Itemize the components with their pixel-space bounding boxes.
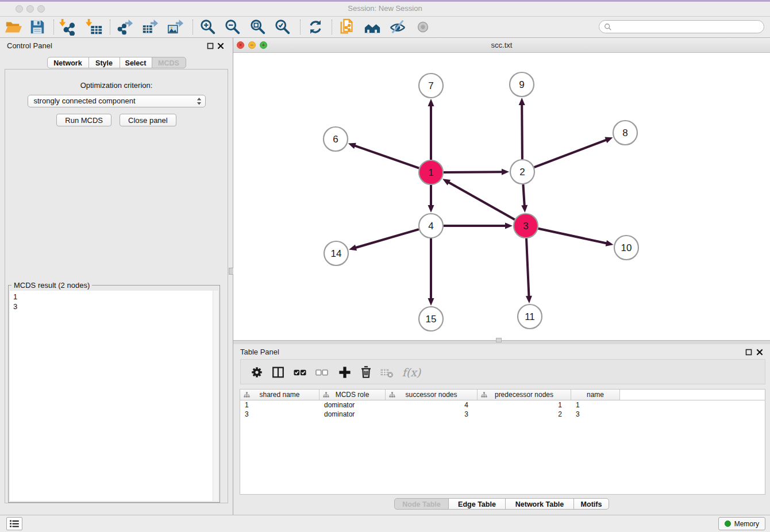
result-scrollbar[interactable] [213,291,218,501]
export-image-button[interactable] [167,18,184,36]
open-session-button[interactable] [5,18,22,36]
cell-mcds-role: dominator [319,410,386,419]
refresh-layout-icon [307,18,324,36]
search-icon [604,23,612,31]
toolbar-separator [192,20,193,34]
tab-edge-table[interactable]: Edge Table [448,498,506,510]
table-panel-header: Table Panel [233,344,770,360]
unselect-all-columns-button[interactable] [314,364,330,380]
delete-table-button [379,364,395,380]
column-header-mcds-role[interactable]: MCDS role [319,390,386,400]
graph-edge-2-9[interactable] [522,104,522,159]
float-panel-icon[interactable] [207,43,214,49]
criterion-select[interactable]: strongly connected component [28,95,206,107]
column-header-name[interactable]: name [571,390,620,400]
cell-successor-nodes: 3 [386,410,478,419]
column-header-predecessor-nodes[interactable]: predecessor nodes [478,390,571,400]
table-toolbar: f(x) [240,359,765,384]
mcds-buttons: Run MCDS Close panel [5,114,228,126]
delete-column-button[interactable] [358,364,374,380]
graph-edge-2-3[interactable] [523,184,524,206]
import-table-icon [86,18,103,36]
close-mcds-panel-button[interactable]: Close panel [120,114,176,126]
save-session-icon [29,18,46,36]
graph-node-label-8: 8 [622,128,627,138]
run-mcds-button[interactable]: Run MCDS [56,114,111,126]
network-window-title: scc.txt [233,38,770,52]
graph-edge-4-14[interactable] [355,229,419,248]
show-columns-button[interactable] [270,364,286,380]
close-window-button[interactable] [16,5,23,13]
zoom-out-icon [224,18,241,36]
network-graph[interactable]: 1234678910111415 [233,53,770,340]
cell-name: 1 [571,400,620,410]
cell-name: 3 [571,410,620,419]
graph-edge-3-11[interactable] [526,238,529,297]
zoom-selected-icon [274,18,291,36]
network-close-button[interactable]: × [237,41,244,49]
search-input[interactable] [615,22,759,32]
network-resize-handle[interactable] [496,338,502,342]
hide-selected-icon [389,18,406,36]
mcds-result-text[interactable]: 13 [10,291,213,501]
graph-edge-1-6[interactable] [354,145,419,168]
new-network-from-selection-button[interactable] [338,18,356,36]
zoom-out-button[interactable] [224,18,241,36]
column-header-shared-name[interactable]: shared name [240,390,319,400]
network-minimize-button[interactable]: − [248,41,256,49]
select-all-columns-button[interactable] [292,364,308,380]
graph-node-label-2: 2 [519,167,525,178]
graph-edge-3-10[interactable] [538,229,607,244]
control-panel: Control Panel NetworkStyleSelectMCDS Opt… [0,38,233,515]
window-titlebar: Session: New Session [0,2,770,17]
export-network-button[interactable] [116,18,133,36]
create-column-icon [337,364,353,380]
graph-edge-3-1[interactable] [448,182,515,220]
graph-edge-arrow-4-15 [428,298,434,306]
tab-select[interactable]: Select [120,57,152,68]
cell-shared-name: 1 [240,400,319,410]
zoom-window-button[interactable] [37,5,45,13]
hide-selected-button[interactable] [389,18,406,36]
search-box[interactable] [599,20,764,33]
control-panel-header: Control Panel [0,38,233,54]
graph-edge-1-2[interactable] [444,172,503,172]
zoom-in-button[interactable] [199,18,217,36]
column-header-label: successor nodes [405,391,457,399]
network-zoom-button[interactable]: + [260,41,267,49]
zoom-fit-button[interactable] [249,18,267,36]
close-table-panel-icon[interactable] [756,349,763,356]
import-table-button[interactable] [86,18,103,36]
create-column-button[interactable] [337,364,353,380]
table-row[interactable]: 1dominator411 [240,400,765,410]
memory-button[interactable]: Memory [718,517,765,530]
save-session-button[interactable] [29,18,46,36]
column-header-label: predecessor nodes [495,391,553,399]
graph-node-label-7: 7 [428,80,433,91]
graph-edge-arrow-3-11 [526,296,532,303]
function-builder-icon: f(x) [400,365,423,380]
import-network-button[interactable] [59,18,76,36]
graph-node-label-1: 1 [428,167,433,178]
tab-network-table[interactable]: Network Table [505,498,574,510]
task-history-button[interactable] [6,517,22,530]
column-header-successor-nodes[interactable]: successor nodes [386,390,478,400]
tab-motifs[interactable]: Motifs [573,498,609,510]
tab-network[interactable]: Network [47,57,89,68]
refresh-layout-button[interactable] [307,18,324,36]
cell-predecessor-nodes: 2 [478,410,571,419]
control-panel-title: Control Panel [7,41,52,50]
table-settings-button[interactable] [249,364,265,380]
close-panel-icon[interactable] [217,43,224,49]
minimize-window-button[interactable] [26,5,34,13]
zoom-selected-button[interactable] [274,18,291,36]
table-row[interactable]: 3dominator323 [240,410,765,419]
first-neighbors-button[interactable] [364,18,381,36]
tab-node-table[interactable]: Node Table [394,498,449,510]
tab-style[interactable]: Style [88,57,120,68]
export-table-button[interactable] [141,18,159,36]
delete-column-icon [358,364,374,380]
float-table-panel-icon[interactable] [745,349,752,356]
graph-edge-2-8[interactable] [534,140,607,167]
tab-mcds[interactable]: MCDS [152,57,186,68]
